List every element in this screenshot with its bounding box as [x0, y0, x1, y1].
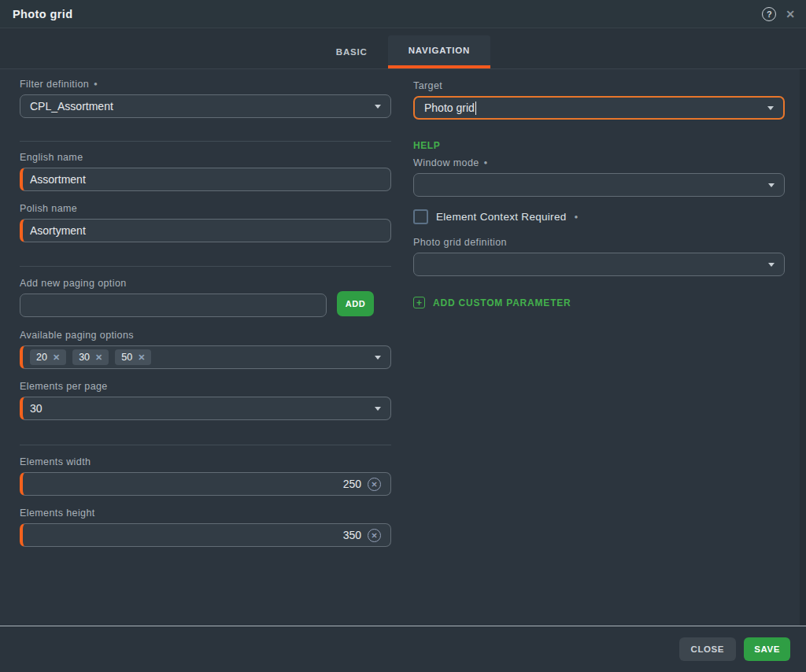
photo-grid-definition-label: Photo grid definition	[413, 237, 785, 248]
elements-height-label: Elements height	[20, 508, 391, 519]
filter-definition-group: Filter definition ● CPL_Assortment	[20, 79, 391, 118]
tab-strip: BASIC NAVIGATION	[0, 28, 806, 69]
elements-width-group: Elements width ✕	[20, 456, 391, 496]
elements-per-page-value: 30	[30, 402, 43, 415]
elements-width-label: Elements width	[20, 456, 391, 467]
add-custom-parameter-button[interactable]: + ADD CUSTOM PARAMETER	[413, 297, 571, 308]
title-bar: Photo grid ? ✕	[0, 0, 806, 28]
elements-height-group: Elements height ✕	[20, 508, 391, 547]
help-icon[interactable]: ?	[762, 7, 776, 21]
english-name-label: English name	[20, 152, 391, 163]
section-divider	[20, 445, 391, 445]
polish-name-fieldwrap	[20, 219, 391, 242]
element-context-required-row: Element Context Required ●	[413, 209, 785, 224]
add-paging-option-input[interactable]	[30, 299, 316, 312]
save-button[interactable]: SAVE	[744, 637, 790, 661]
paging-chip: 20 ✕	[30, 349, 66, 365]
elements-per-page-label: Elements per page	[20, 381, 391, 392]
section-divider	[20, 141, 391, 142]
chevron-down-icon[interactable]	[767, 106, 774, 110]
chevron-down-icon[interactable]	[375, 356, 381, 360]
add-custom-parameter-label: ADD CUSTOM PARAMETER	[433, 297, 571, 308]
section-divider	[20, 266, 391, 267]
add-button[interactable]: ADD	[337, 291, 374, 316]
elements-per-page-group: Elements per page 30	[20, 381, 391, 420]
close-button[interactable]: CLOSE	[679, 637, 737, 661]
english-name-input[interactable]	[30, 173, 381, 186]
left-column: Filter definition ● CPL_Assortment Engli…	[20, 69, 391, 547]
info-dot-icon: ●	[94, 81, 98, 87]
target-label: Target	[413, 80, 785, 91]
modal-title: Photo grid	[13, 8, 73, 20]
chevron-down-icon[interactable]	[768, 183, 775, 187]
info-dot-icon: ●	[484, 160, 488, 166]
add-paging-option-fieldwrap	[20, 294, 327, 317]
right-column: Target Photo grid HELP Window mode ●	[413, 69, 785, 308]
chip-remove-icon[interactable]: ✕	[95, 353, 102, 363]
elements-per-page-select[interactable]: 30	[20, 397, 391, 420]
chip-value: 20	[36, 352, 47, 363]
modal-footer: CLOSE SAVE	[0, 626, 806, 672]
text-cursor	[475, 102, 477, 115]
available-paging-options-label: Available paging options	[20, 330, 391, 341]
chevron-down-icon[interactable]	[768, 263, 775, 267]
elements-height-input[interactable]	[30, 529, 368, 541]
filter-definition-label: Filter definition ●	[20, 79, 391, 90]
english-name-group: English name	[20, 152, 391, 191]
paging-chips: 20 ✕ 30 ✕ 50 ✕	[30, 349, 151, 365]
chevron-down-icon[interactable]	[375, 105, 381, 109]
tab-navigation[interactable]: NAVIGATION	[388, 35, 491, 68]
target-select[interactable]: Photo grid	[413, 96, 785, 120]
modal-body: Filter definition ● CPL_Assortment Engli…	[0, 69, 806, 626]
tab-basic[interactable]: BASIC	[316, 35, 388, 68]
elements-width-fieldwrap: ✕	[20, 472, 391, 496]
polish-name-label: Polish name	[20, 203, 391, 214]
info-dot-icon: ●	[575, 214, 579, 220]
polish-name-group: Polish name	[20, 203, 391, 242]
window-mode-group: Window mode ●	[413, 157, 785, 197]
help-link[interactable]: HELP	[413, 140, 440, 151]
chip-value: 50	[121, 352, 132, 363]
photo-grid-modal: Photo grid ? ✕ BASIC NAVIGATION Filter d…	[0, 0, 806, 672]
polish-name-input[interactable]	[30, 224, 381, 237]
chevron-down-icon[interactable]	[375, 407, 381, 411]
elements-height-fieldwrap: ✕	[20, 523, 391, 547]
scrollbar-track[interactable]	[800, 69, 806, 626]
close-icon[interactable]: ✕	[786, 8, 795, 20]
chip-remove-icon[interactable]: ✕	[53, 353, 60, 363]
window-mode-select[interactable]	[413, 173, 785, 197]
clear-icon[interactable]: ✕	[368, 478, 381, 491]
available-paging-options-select[interactable]: 20 ✕ 30 ✕ 50 ✕	[20, 345, 391, 369]
elements-width-input[interactable]	[30, 478, 368, 490]
element-context-required-checkbox[interactable]	[413, 209, 428, 224]
add-paging-option-row: ADD	[20, 294, 391, 317]
filter-definition-value: CPL_Assortment	[30, 100, 113, 113]
chip-value: 30	[79, 352, 90, 363]
plus-square-icon: +	[413, 297, 425, 308]
add-paging-option-group: Add new paging option ADD	[20, 278, 391, 317]
target-value: Photo grid	[424, 102, 475, 114]
available-paging-options-group: Available paging options 20 ✕ 30 ✕ 50	[20, 330, 391, 369]
photo-grid-definition-group: Photo grid definition	[413, 237, 785, 276]
window-mode-label: Window mode ●	[413, 157, 785, 168]
clear-icon[interactable]: ✕	[368, 529, 381, 542]
filter-definition-select[interactable]: CPL_Assortment	[20, 94, 391, 118]
add-paging-option-label: Add new paging option	[20, 278, 391, 289]
chip-remove-icon[interactable]: ✕	[138, 353, 145, 363]
target-group: Target Photo grid	[413, 80, 785, 120]
element-context-required-label: Element Context Required	[436, 211, 567, 223]
paging-chip: 50 ✕	[115, 349, 151, 365]
english-name-fieldwrap	[20, 168, 391, 191]
photo-grid-definition-select[interactable]	[413, 253, 785, 276]
paging-chip: 30 ✕	[72, 349, 109, 365]
